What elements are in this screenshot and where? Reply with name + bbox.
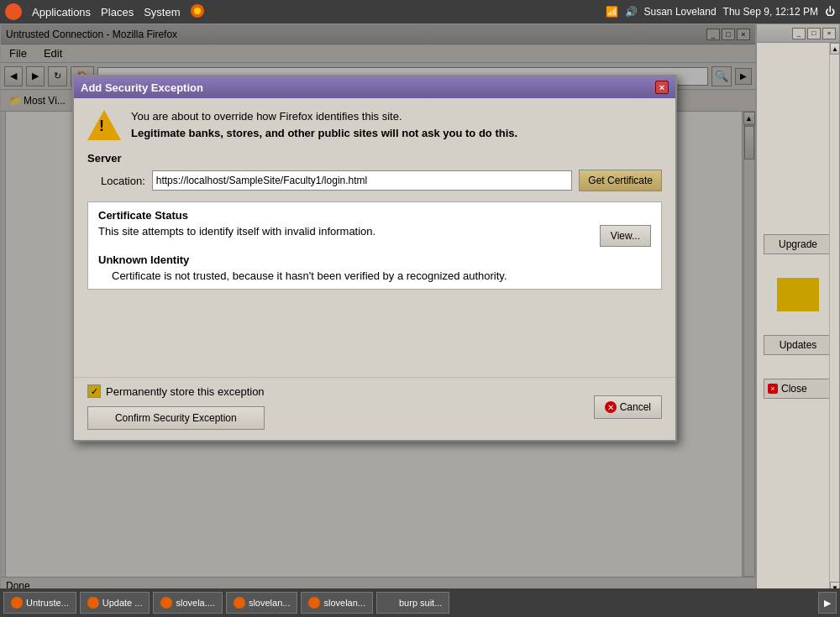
dialog-footer-left: ✓ Permanently store this exception Confi…	[87, 384, 265, 430]
taskbar-label-1: Update ...	[102, 598, 143, 608]
taskbar-right-button[interactable]: ▶	[818, 592, 837, 614]
side-panel-spacer4	[760, 358, 836, 375]
unknown-identity-title: Unknown Identity	[98, 254, 651, 266]
taskbar-label-3: slovelan...	[249, 598, 291, 608]
dialog-close-button[interactable]: ×	[655, 81, 669, 94]
taskbar-top-left: Applications Places System	[5, 3, 205, 21]
side-panel-maximize[interactable]: □	[807, 28, 821, 39]
get-certificate-button[interactable]: Get Certificate	[579, 170, 662, 191]
upgrade-button[interactable]: Upgrade	[764, 234, 832, 254]
server-section-title: Server	[87, 152, 662, 165]
view-certificate-button[interactable]: View...	[600, 225, 651, 247]
cancel-label: Cancel	[620, 401, 651, 413]
taskbar-item-5[interactable]: burp suit...	[376, 592, 449, 614]
server-section: Server Location: Get Certificate	[87, 152, 662, 191]
checkbox-row: ✓ Permanently store this exception	[87, 384, 265, 398]
location-row: Location: Get Certificate	[101, 170, 662, 191]
taskbar-label-5: burp suit...	[399, 598, 442, 608]
taskbar-icon-5	[384, 597, 396, 609]
cert-status-title: Certificate Status	[98, 209, 651, 222]
side-panel-spacer3	[760, 315, 836, 332]
dialog-footer: ✓ Permanently store this exception Confi…	[74, 377, 675, 440]
side-panel-minimize[interactable]: _	[792, 28, 806, 39]
side-panel-spacer	[760, 46, 836, 231]
taskbar-label-4: slovelan...	[323, 598, 365, 608]
power-icon: ⏻	[825, 6, 835, 18]
security-exception-dialog: Add Security Exception × You are about t…	[72, 75, 677, 442]
close-panel-button[interactable]: × Close	[764, 379, 832, 399]
taskbar-icon-0	[11, 597, 23, 609]
taskbar-icon-3	[234, 597, 245, 609]
cert-status-text: This site attempts to identify itself wi…	[98, 225, 375, 238]
side-panel-content: Upgrade Updates × Close	[757, 43, 839, 405]
taskbar-item-4[interactable]: slovelan...	[301, 592, 373, 614]
unknown-identity-text: Certificate is not trusted, because it h…	[112, 269, 651, 282]
menu-places[interactable]: Places	[101, 6, 134, 18]
side-panel-spacer2	[760, 258, 836, 275]
firefox-icon	[190, 3, 205, 21]
side-panel-buttons: _ □ ×	[792, 28, 836, 39]
updates-label: Updates	[780, 339, 817, 351]
ubuntu-logo-icon	[5, 3, 22, 20]
taskbar-item-2[interactable]: slovela....	[153, 592, 222, 614]
cancel-icon: ✕	[605, 401, 617, 413]
volume-icon: 🔊	[625, 6, 638, 18]
dialog-warning: You are about to override how Firefox id…	[87, 108, 662, 142]
unknown-identity-section: Unknown Identity Certificate is not trus…	[98, 254, 651, 282]
permanently-store-checkbox[interactable]: ✓	[87, 384, 101, 398]
warning-triangle-icon	[87, 110, 121, 140]
menu-system[interactable]: System	[144, 6, 180, 18]
taskbar-icon-4	[308, 597, 320, 609]
updates-button[interactable]: Updates	[764, 335, 832, 355]
browser-window: Untrusted Connection - Mozilla Firefox _…	[0, 24, 756, 594]
cert-status-row: This site attempts to identify itself wi…	[98, 225, 651, 247]
close-icon: ×	[768, 384, 778, 394]
side-panel-titlebar: _ □ ×	[757, 24, 839, 43]
taskbar-top-right: 📶 🔊 Susan Loveland Thu Sep 9, 12:12 PM ⏻	[606, 6, 835, 18]
warning-line1: You are about to override how Firefox id…	[131, 108, 517, 125]
datetime: Thu Sep 9, 12:12 PM	[723, 6, 818, 18]
warning-icon	[87, 108, 121, 142]
dialog-titlebar: Add Security Exception ×	[74, 76, 675, 98]
side-scroll-up[interactable]: ▲	[830, 43, 840, 55]
warning-line2: Legitimate banks, stores, and other publ…	[131, 127, 517, 139]
side-panel-close[interactable]: ×	[822, 28, 836, 39]
side-panel: _ □ × Upgrade Updates × Close ▲ ▼	[756, 24, 840, 594]
taskbar-bottom: Untruste... Update ... slovela.... slove…	[0, 588, 840, 617]
side-scroll-track	[830, 55, 839, 582]
svg-point-0	[8, 7, 18, 17]
taskbar-item-1[interactable]: Update ...	[80, 592, 150, 614]
taskbar-item-3[interactable]: slovelan...	[226, 592, 298, 614]
taskbar-label-2: slovela....	[176, 598, 214, 608]
menu-applications[interactable]: Applications	[32, 6, 91, 18]
cancel-button[interactable]: ✕ Cancel	[594, 395, 662, 419]
taskbar-label-0: Untruste...	[26, 598, 69, 608]
desktop: Applications Places System 📶 🔊 Susan Lov…	[0, 0, 840, 617]
yellow-block	[777, 278, 819, 311]
network-icon: 📶	[606, 6, 618, 18]
taskbar-top: Applications Places System 📶 🔊 Susan Lov…	[0, 0, 840, 24]
location-label: Location:	[101, 175, 145, 187]
side-scrollbar: ▲ ▼	[829, 43, 839, 593]
dialog-body: You are about to override how Firefox id…	[74, 98, 675, 377]
close-label: Close	[781, 383, 807, 395]
svg-point-2	[194, 8, 201, 14]
warning-text: You are about to override how Firefox id…	[131, 108, 517, 141]
confirm-security-exception-button[interactable]: Confirm Security Exception	[87, 406, 265, 430]
taskbar-icon-1	[87, 597, 99, 609]
checkbox-label: Permanently store this exception	[106, 385, 265, 398]
dialog-spacer	[87, 300, 662, 367]
taskbar-item-0[interactable]: Untruste...	[3, 592, 76, 614]
dialog-title: Add Security Exception	[81, 81, 203, 94]
taskbar-icon-2	[160, 597, 172, 609]
user-name: Susan Loveland	[644, 6, 717, 18]
location-input[interactable]	[152, 170, 573, 191]
certificate-status-section: Certificate Status This site attempts to…	[87, 201, 662, 290]
